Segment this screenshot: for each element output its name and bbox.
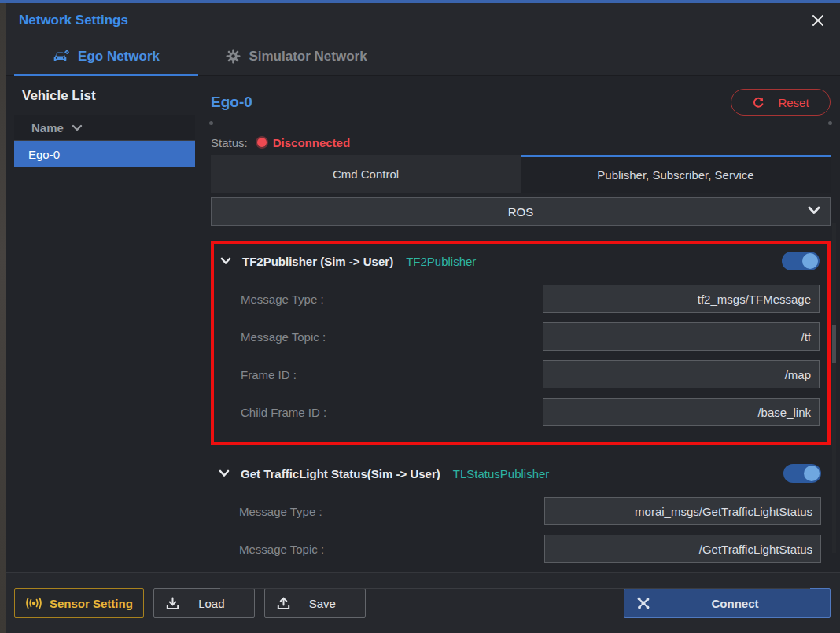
reset-button-label: Reset [778,96,809,109]
message-type-label: Message Type : [220,293,324,306]
chevron-down-icon [72,124,83,131]
tf2publisher-toggle[interactable] [782,252,820,270]
child-frame-id-label: Child Frame ID : [220,406,326,419]
section-header: Get TrafficLight Status(Sim -> User) TLS… [219,459,826,488]
reset-icon [752,96,765,109]
network-nodes-icon [636,595,651,611]
vehicle-item-label: Ego-0 [28,148,60,161]
save-button-label: Save [291,597,354,610]
dialog-title: Network Settings [19,13,128,28]
message-topic-label: Message Topic : [219,543,324,556]
vehicle-list-title: Vehicle List [6,88,198,104]
status-dot-icon [257,138,267,147]
sub-tab-bar: Cmd Control Publisher, Subscriber, Servi… [211,155,831,193]
message-topic-input[interactable]: /tf [543,322,820,351]
field-row: Message Topic : /tf [220,322,824,351]
connect-button[interactable]: Connect [624,588,831,618]
section-title: Get TrafficLight Status(Sim -> User) [241,467,440,480]
section-type-label: TF2Publisher [406,255,476,268]
vehicle-list: Name Ego-0 [14,115,195,167]
toggle-knob [804,466,820,481]
reset-button[interactable]: Reset [731,89,831,116]
vehicle-list-name-header[interactable]: Name [14,115,195,141]
tab-cmd-control[interactable]: Cmd Control [211,155,521,193]
section-type-label: TLStatusPublisher [453,467,550,480]
load-button[interactable]: Load [153,588,255,618]
message-type-label: Message Type : [219,505,322,518]
save-button[interactable]: Save [264,588,366,618]
tab-simulator-network[interactable]: Simulator Network [198,37,395,75]
network-settings-dialog: Network Settings Ego Network [6,3,840,633]
section-tf2publisher: TF2Publisher (Sim -> User) TF2Publisher … [211,241,831,445]
broadcast-icon [25,597,42,609]
title-bar: Network Settings [6,3,840,37]
connect-button-label: Connect [651,597,819,610]
tab-cmd-control-label: Cmd Control [333,167,399,181]
status-value: Disconnected [273,136,350,149]
publisher-sections: TF2Publisher (Sim -> User) TF2Publisher … [211,241,831,589]
field-row: Child Frame ID : /base_link [220,398,824,426]
status-label: Status: [211,136,248,149]
protocol-dropdown-value: ROS [212,205,830,219]
expander-chevron-icon[interactable] [219,469,230,477]
field-row: Message Type : tf2_msgs/TFMessage [220,285,824,313]
vehicle-header: Ego-0 Reset [211,87,831,117]
field-row: Frame ID : /map [220,360,824,388]
frame-id-label: Frame ID : [220,368,297,381]
name-header-label: Name [31,121,64,134]
close-icon [811,13,825,28]
message-topic-label: Message Topic : [220,330,326,344]
chevron-down-icon [808,206,820,215]
tlstatus-toggle[interactable] [783,464,821,483]
vehicle-detail-panel: Ego-0 Reset Status: Disconnected Cmd Con… [211,76,840,572]
expander-chevron-icon[interactable] [220,257,231,265]
car-icon [53,50,70,64]
close-button[interactable] [809,11,827,30]
load-button-label: Load [180,597,243,610]
section-divider [220,588,810,589]
message-topic-input[interactable]: /GetTrafficLightStatus [544,535,821,563]
tab-ego-network-label: Ego Network [78,49,160,64]
tab-ego-network[interactable]: Ego Network [14,37,198,75]
field-row: Message Topic : /GetTrafficLightStatus [219,535,826,563]
protocol-dropdown[interactable]: ROS [211,197,831,226]
field-row: Message Type : morai_msgs/GetTrafficLigh… [219,497,826,525]
scrollbar-thumb[interactable] [832,325,836,363]
toggle-knob [802,253,818,269]
tab-publisher-subscriber-service-label: Publisher, Subscriber, Service [597,168,753,182]
status-row: Status: Disconnected [211,134,831,151]
download-icon [165,596,180,611]
background-strip [0,3,6,633]
frame-id-input[interactable]: /map [543,360,820,388]
message-type-input[interactable]: tf2_msgs/TFMessage [543,285,820,313]
child-frame-id-input[interactable]: /base_link [543,398,820,426]
upload-icon [276,596,291,611]
vehicle-list-item-ego-0[interactable]: Ego-0 [14,141,195,167]
gear-icon [226,49,241,64]
sensor-setting-label: Sensor Setting [50,597,133,610]
tab-simulator-network-label: Simulator Network [249,49,367,64]
section-title: TF2Publisher (Sim -> User) [242,255,393,268]
dialog-body: Vehicle List Name Ego-0 Ego-0 [6,76,840,572]
vehicle-list-panel: Vehicle List Name Ego-0 [6,76,198,572]
vehicle-title: Ego-0 [211,94,252,111]
tab-publisher-subscriber-service[interactable]: Publisher, Subscriber, Service [521,155,831,193]
section-trafficlight-status: Get TrafficLight Status(Sim -> User) TLS… [211,455,831,576]
message-type-input[interactable]: morai_msgs/GetTrafficLightStatus [544,497,821,525]
header-divider [211,123,831,123]
main-tab-bar: Ego Network Simulato [6,37,840,76]
scrollbar-track[interactable] [832,223,836,553]
sensor-setting-button[interactable]: Sensor Setting [14,588,144,618]
section-header: TF2Publisher (Sim -> User) TF2Publisher [220,247,824,275]
